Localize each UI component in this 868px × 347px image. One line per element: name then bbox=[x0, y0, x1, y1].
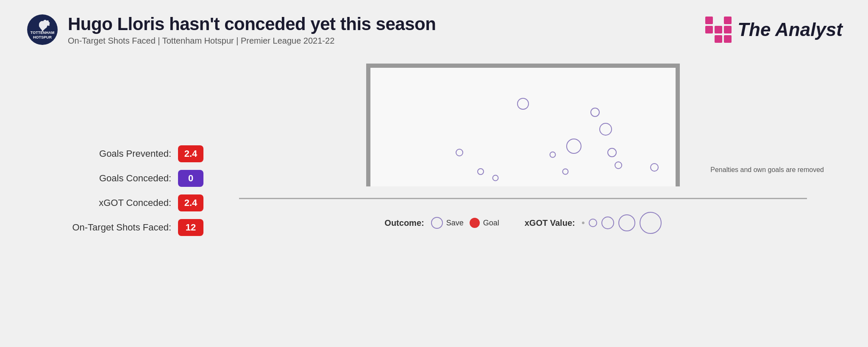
legend-goal: Goal bbox=[470, 218, 499, 228]
shot-dot-0 bbox=[517, 98, 529, 110]
xgot-size-small bbox=[589, 219, 597, 227]
stat-label: On-Target Shots Faced: bbox=[72, 222, 171, 233]
pitch-area: Penalties and own goals are removed Outc… bbox=[203, 51, 843, 347]
legend-save: Save bbox=[431, 217, 464, 229]
legend-outcome-label: Outcome: bbox=[384, 218, 424, 228]
xgot-size-xlarge bbox=[640, 212, 662, 234]
shot-dot-8 bbox=[599, 123, 612, 136]
legend-outcome-items: Save Goal bbox=[431, 217, 499, 229]
stat-badge-goals-prevented: 2.4 bbox=[178, 145, 203, 162]
svg-text:HOTSPUR: HOTSPUR bbox=[33, 35, 52, 39]
stat-badge-shots-faced: 12 bbox=[178, 219, 203, 236]
shot-dot-3 bbox=[492, 175, 499, 181]
shot-dot-11 bbox=[650, 163, 659, 172]
shot-dot-5 bbox=[562, 169, 569, 175]
stat-badge-xgot: 2.4 bbox=[178, 194, 203, 211]
main-title: Hugo Lloris hasn't conceded yet this sea… bbox=[68, 14, 436, 34]
save-circle-icon bbox=[431, 217, 443, 229]
analyst-logo: The Analyst bbox=[705, 17, 843, 43]
stat-label: Goals Conceded: bbox=[99, 173, 171, 184]
stat-row-goals-prevented: Goals Prevented: 2.4 bbox=[25, 145, 203, 162]
baseline bbox=[239, 198, 807, 199]
xgot-size-legend bbox=[582, 212, 662, 234]
header: TOTTENHAM HOTSPUR Hugo Lloris hasn't con… bbox=[0, 0, 868, 51]
main-container: TOTTENHAM HOTSPUR Hugo Lloris hasn't con… bbox=[0, 0, 868, 347]
xgot-size-medium bbox=[601, 217, 614, 229]
stat-row-xgot: xGOT Conceded: 2.4 bbox=[25, 194, 203, 211]
main-content: Goals Prevented: 2.4 Goals Conceded: 0 x… bbox=[0, 51, 868, 347]
header-text: Hugo Lloris hasn't conceded yet this sea… bbox=[68, 14, 436, 46]
legend-xgot-label: xGOT Value: bbox=[525, 218, 575, 228]
shot-dot-6 bbox=[566, 139, 581, 154]
legend-goal-label: Goal bbox=[483, 219, 499, 228]
xgot-size-tiny bbox=[582, 222, 584, 224]
legend-xgot-group: xGOT Value: bbox=[525, 212, 662, 234]
stat-row-shots-faced: On-Target Shots Faced: 12 bbox=[25, 219, 203, 236]
stat-row-goals-conceded: Goals Conceded: 0 bbox=[25, 170, 203, 187]
analyst-name: The Analyst bbox=[737, 19, 843, 40]
stats-panel: Goals Prevented: 2.4 Goals Conceded: 0 x… bbox=[25, 51, 203, 347]
legend-outcome-group: Outcome: Save Goal bbox=[384, 217, 499, 229]
legend-area: Outcome: Save Goal xGOT Value: bbox=[203, 199, 843, 238]
goal-frame bbox=[366, 64, 680, 186]
stat-label: Goals Prevented: bbox=[99, 148, 171, 159]
goal-frame-wrapper: Penalties and own goals are removed bbox=[366, 64, 680, 199]
shot-dot-2 bbox=[477, 168, 484, 175]
goal-circle-icon bbox=[470, 218, 480, 228]
legend-save-label: Save bbox=[446, 219, 464, 228]
shot-dot-4 bbox=[550, 152, 556, 158]
analyst-grid-icon bbox=[705, 17, 732, 43]
shot-dot-7 bbox=[590, 108, 600, 117]
shot-dot-1 bbox=[456, 149, 463, 156]
shot-dot-9 bbox=[607, 148, 617, 157]
header-left: TOTTENHAM HOTSPUR Hugo Lloris hasn't con… bbox=[25, 13, 436, 47]
shot-dot-10 bbox=[615, 161, 622, 169]
club-badge: TOTTENHAM HOTSPUR bbox=[25, 13, 59, 47]
note-text: Penalties and own goals are removed bbox=[710, 166, 824, 174]
xgot-size-large bbox=[618, 214, 635, 231]
stat-label: xGOT Conceded: bbox=[99, 197, 171, 208]
stat-badge-goals-conceded: 0 bbox=[178, 170, 203, 187]
sub-title: On-Target Shots Faced | Tottenham Hotspu… bbox=[68, 36, 436, 46]
